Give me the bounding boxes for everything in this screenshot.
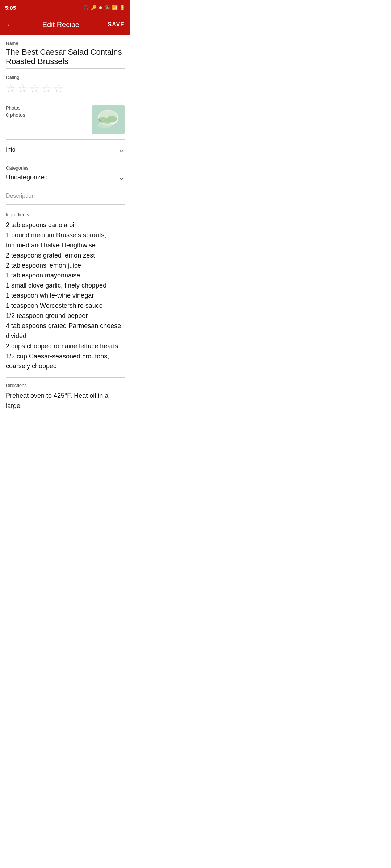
status-time: 5:05 xyxy=(5,5,16,11)
name-value[interactable]: The Best Caesar Salad Contains Roasted B… xyxy=(6,47,125,69)
star-4[interactable]: ☆ xyxy=(42,82,51,95)
name-field[interactable]: Name The Best Caesar Salad Contains Roas… xyxy=(6,41,125,69)
star-1[interactable]: ☆ xyxy=(6,82,16,95)
ingredients-label: Ingredients xyxy=(6,212,125,217)
categories-label: Categories xyxy=(6,165,125,171)
rating-label: Rating xyxy=(6,75,125,80)
directions-section[interactable]: Directions Preheat oven to 425°F. Heat o… xyxy=(6,383,125,411)
photos-label: Photos xyxy=(6,105,25,111)
info-chevron-icon[interactable]: ⌄ xyxy=(118,145,125,154)
divider xyxy=(6,377,125,378)
description-label: Description xyxy=(6,193,125,199)
star-3[interactable]: ☆ xyxy=(30,82,39,95)
headphone-icon: 🎧 xyxy=(83,5,89,10)
back-button[interactable]: ← xyxy=(6,20,14,29)
key-icon: 🔑 xyxy=(91,5,97,10)
star-2[interactable]: ☆ xyxy=(18,82,28,95)
star-5[interactable]: ☆ xyxy=(54,82,63,95)
name-label: Name xyxy=(6,41,125,46)
photos-count: 0 photos xyxy=(6,112,25,118)
page-title: Edit Recipe xyxy=(14,21,108,29)
svg-rect-6 xyxy=(99,111,117,123)
photo-image xyxy=(92,105,125,134)
description-section[interactable]: Description xyxy=(6,193,125,205)
directions-label: Directions xyxy=(6,383,125,388)
rating-section[interactable]: Rating ☆ ☆ ☆ ☆ ☆ xyxy=(6,75,125,99)
ingredients-text[interactable]: 2 tablespoons canola oil 1 pound medium … xyxy=(6,220,125,371)
stars-row[interactable]: ☆ ☆ ☆ ☆ ☆ xyxy=(6,82,125,95)
signal-icon: 📶 xyxy=(112,5,118,10)
save-button[interactable]: SAVE xyxy=(108,21,125,28)
bluetooth-icon: ❄ xyxy=(98,5,102,10)
battery-icon: 🔋 xyxy=(119,5,125,10)
info-label: Info xyxy=(6,146,16,153)
directions-text[interactable]: Preheat oven to 425°F. Heat oil in a lar… xyxy=(6,391,125,411)
ingredients-section[interactable]: Ingredients 2 tablespoons canola oil 1 p… xyxy=(6,212,125,371)
photo-thumbnail[interactable] xyxy=(92,105,125,134)
status-bar: 5:05 🎧 🔑 ❄ 🔕 📶 🔋 xyxy=(0,0,130,14)
status-icons: 🎧 🔑 ❄ 🔕 📶 🔋 xyxy=(83,5,125,10)
category-value[interactable]: Uncategorized xyxy=(6,174,48,181)
edit-recipe-form: Name The Best Caesar Salad Contains Roas… xyxy=(0,35,130,411)
categories-section[interactable]: Categories Uncategorized ⌄ xyxy=(6,165,125,187)
category-dropdown[interactable]: Uncategorized ⌄ xyxy=(6,173,125,182)
category-chevron-icon[interactable]: ⌄ xyxy=(118,173,125,182)
notification-icon: 🔕 xyxy=(104,5,110,10)
info-section[interactable]: Info ⌄ xyxy=(6,145,125,159)
top-bar: ← Edit Recipe SAVE xyxy=(0,14,130,35)
photos-section[interactable]: Photos 0 photos xyxy=(6,105,125,140)
